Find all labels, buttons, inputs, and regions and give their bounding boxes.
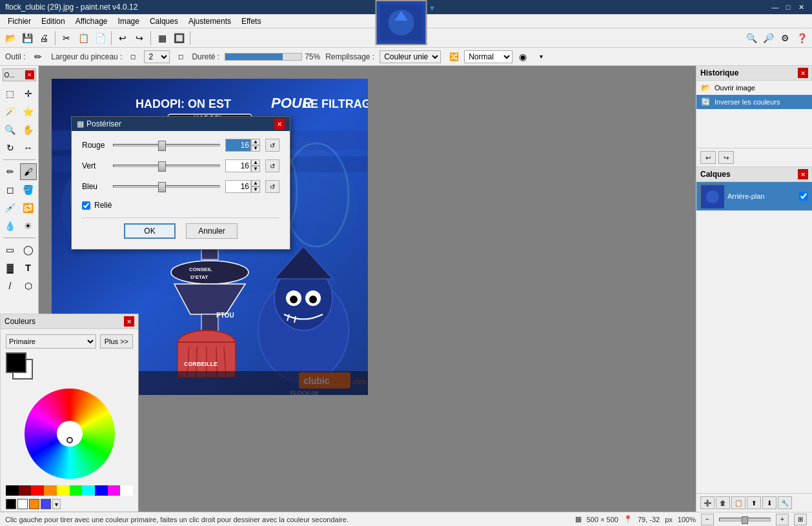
palette-red[interactable]: [31, 485, 44, 496]
tool-rect-select[interactable]: ▭: [2, 241, 19, 258]
tool-dodge[interactable]: ☀: [20, 217, 37, 234]
toolbox-close[interactable]: ✕: [25, 70, 34, 79]
bleu-slider-thumb[interactable]: [158, 182, 166, 192]
annuler-button[interactable]: Annuler: [186, 223, 238, 239]
tool-pencil[interactable]: ✏: [2, 163, 19, 180]
grid-button[interactable]: ▦: [154, 30, 170, 46]
palette-black[interactable]: [6, 485, 19, 496]
tool-eraser[interactable]: ◻: [2, 181, 19, 198]
ok-button[interactable]: OK: [124, 223, 176, 239]
tool-lasso[interactable]: 🪄: [2, 103, 19, 120]
rulers-button[interactable]: 🔲: [171, 30, 187, 46]
calque-item-arriere-plan[interactable]: Arrière-plan: [696, 182, 812, 211]
historique-close[interactable]: ✕: [798, 68, 808, 78]
tool-clone[interactable]: 🔂: [20, 199, 37, 216]
plus-button[interactable]: Plus >>: [100, 334, 133, 349]
rouge-reset-btn[interactable]: ↺: [265, 139, 279, 152]
bleu-spin-down[interactable]: ▼: [251, 187, 260, 193]
primary-color-swatch[interactable]: [6, 352, 26, 373]
zoom-slider-thumb[interactable]: [742, 516, 748, 524]
tool-rotate[interactable]: ↻: [2, 139, 19, 156]
layer-properties-btn[interactable]: 🔧: [778, 496, 792, 509]
tool-select-magic[interactable]: ⭐: [20, 103, 37, 120]
palette-orange[interactable]: [44, 485, 57, 496]
vert-slider-track[interactable]: [113, 165, 220, 167]
tool-shapes[interactable]: ⬡: [20, 278, 37, 294]
history-item-inverser[interactable]: 🔄 Inverser les couleurs: [696, 95, 812, 109]
rouge-spin-up[interactable]: ▲: [251, 139, 260, 145]
rouge-spin-down[interactable]: ▼: [251, 145, 260, 152]
menu-edition[interactable]: Edition: [36, 15, 70, 27]
duplicate-layer-btn[interactable]: 📋: [731, 496, 746, 509]
rouge-input[interactable]: [225, 139, 251, 152]
blend-mode-icon[interactable]: 🔀: [446, 49, 462, 65]
palette-expand-btn[interactable]: ▾: [52, 499, 61, 509]
palette-cyan[interactable]: [82, 485, 95, 496]
rouge-slider-track[interactable]: [113, 144, 220, 147]
thumbnail-arrow[interactable]: ▾: [427, 0, 437, 15]
brush-width-select[interactable]: 24816: [144, 50, 170, 63]
brush-width-increase[interactable]: ◻: [175, 51, 187, 63]
bleu-slider-track[interactable]: [113, 185, 220, 188]
menu-affichage[interactable]: Affichage: [70, 15, 113, 27]
undo-button[interactable]: ↩: [115, 30, 130, 46]
relie-checkbox[interactable]: [82, 201, 90, 210]
calque-visibility-check[interactable]: [799, 192, 808, 201]
tool-zoom[interactable]: 🔍: [2, 121, 19, 138]
mini-swatch-white[interactable]: [17, 499, 28, 509]
mini-swatch-orange[interactable]: [29, 499, 39, 509]
tool-text[interactable]: T: [20, 259, 37, 276]
tool-scale[interactable]: ↔: [20, 139, 37, 156]
blend-mode-select[interactable]: Normal Multiplier: [464, 50, 513, 63]
settings-icon[interactable]: ⚙: [777, 30, 793, 46]
menu-ajustements[interactable]: Ajustements: [183, 15, 236, 27]
palette-dark-red[interactable]: [19, 485, 32, 496]
fill-select[interactable]: Couleur unie Transparent: [380, 50, 441, 63]
vert-input[interactable]: [225, 159, 251, 172]
redo-history-btn[interactable]: ↪: [718, 151, 734, 164]
opacity-icon[interactable]: ◉: [515, 49, 531, 65]
add-layer-btn[interactable]: ➕: [700, 496, 715, 509]
tool-pencil-icon[interactable]: ✏: [30, 49, 46, 65]
move-layer-up-btn[interactable]: ⬆: [747, 496, 761, 509]
delete-layer-btn[interactable]: 🗑: [716, 496, 730, 509]
calques-close[interactable]: ✕: [798, 169, 808, 179]
print-button[interactable]: 🖨: [36, 30, 52, 46]
move-layer-down-btn[interactable]: ⬇: [762, 496, 776, 509]
tool-blur[interactable]: 💧: [2, 217, 19, 234]
vert-reset-btn[interactable]: ↺: [265, 159, 279, 172]
zoom-in-icon[interactable]: 🔍: [744, 30, 759, 46]
bleu-input[interactable]: [225, 180, 251, 193]
paste-button[interactable]: 📄: [92, 30, 108, 46]
menu-effets[interactable]: Effets: [236, 15, 266, 27]
redo-button[interactable]: ↪: [132, 30, 147, 46]
maximize-button[interactable]: □: [782, 1, 794, 13]
vert-spin-down[interactable]: ▼: [251, 166, 260, 172]
primaire-select[interactable]: Primaire Secondaire: [6, 334, 96, 349]
tool-select-rect[interactable]: ⬚: [2, 85, 19, 102]
bleu-spin-up[interactable]: ▲: [251, 180, 260, 187]
vert-slider-thumb[interactable]: [158, 161, 166, 172]
color-wheel[interactable]: [25, 389, 115, 479]
zoom-in-status-btn[interactable]: +: [776, 514, 789, 525]
copy-button[interactable]: 📋: [76, 30, 91, 46]
palette-magenta[interactable]: [108, 485, 121, 496]
mini-swatch-black[interactable]: [6, 499, 16, 509]
rouge-slider-thumb[interactable]: [158, 141, 166, 151]
help-icon[interactable]: ❓: [794, 30, 809, 46]
zoom-slider[interactable]: [719, 518, 771, 521]
tool-gradient[interactable]: ▓: [2, 259, 19, 276]
bleu-reset-btn[interactable]: ↺: [265, 180, 279, 193]
tool-move[interactable]: ✛: [20, 85, 37, 102]
tool-eyedropper[interactable]: 💉: [2, 199, 19, 216]
zoom-out-icon[interactable]: 🔎: [760, 30, 776, 46]
tool-fill[interactable]: 🪣: [20, 181, 37, 198]
zoom-out-status-btn[interactable]: −: [701, 514, 714, 525]
tool-ellipse-select[interactable]: ◯: [20, 241, 37, 258]
palette-white[interactable]: [120, 485, 133, 496]
open-button[interactable]: 📂: [3, 30, 18, 46]
close-button[interactable]: ✕: [795, 1, 807, 13]
palette-yellow[interactable]: [57, 485, 70, 496]
mini-swatch-blue[interactable]: [41, 499, 51, 509]
minimize-button[interactable]: —: [769, 1, 781, 13]
